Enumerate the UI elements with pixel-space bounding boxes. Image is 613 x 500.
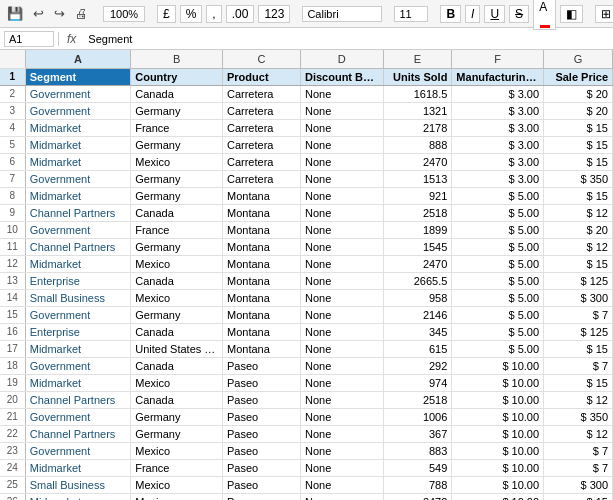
cell-units[interactable]: 2146 — [383, 306, 452, 323]
cell-country[interactable]: France — [131, 221, 223, 238]
bold-btn[interactable]: B — [440, 5, 461, 23]
cell-discount[interactable]: None — [300, 476, 383, 493]
cell-units[interactable]: 958 — [383, 289, 452, 306]
cell-sale[interactable]: $ 15 — [544, 493, 613, 500]
cell-discount[interactable]: None — [300, 306, 383, 323]
cell-product[interactable]: Paseo — [222, 357, 300, 374]
cell-units[interactable]: 2470 — [383, 153, 452, 170]
col-header-a[interactable]: A — [25, 50, 131, 68]
cell-product[interactable]: Paseo — [222, 493, 300, 500]
cell-segment[interactable]: Midmarket — [25, 374, 131, 391]
cell-segment[interactable]: Channel Partners — [25, 391, 131, 408]
col-header-f[interactable]: F — [452, 50, 544, 68]
cell-mfg[interactable]: $ 3.00 — [452, 85, 544, 102]
cell-units[interactable]: 1321 — [383, 102, 452, 119]
cell-sale[interactable]: $ 350 — [544, 170, 613, 187]
cell-mfg[interactable]: $ 10.00 — [452, 408, 544, 425]
cell-mfg[interactable]: $ 10.00 — [452, 459, 544, 476]
cell-segment[interactable]: Government — [25, 357, 131, 374]
col-header-e[interactable]: E — [383, 50, 452, 68]
font-size-input[interactable] — [394, 6, 428, 22]
cell-discount[interactable]: None — [300, 272, 383, 289]
highlight-btn[interactable]: ◧ — [560, 5, 583, 23]
cell-units[interactable]: 2665.5 — [383, 272, 452, 289]
cell-country[interactable]: Canada — [131, 204, 223, 221]
cell-product[interactable]: Paseo — [222, 459, 300, 476]
col-header-c[interactable]: C — [222, 50, 300, 68]
cell-discount[interactable]: None — [300, 204, 383, 221]
cell-sale[interactable]: $ 12 — [544, 204, 613, 221]
cell-mfg[interactable]: $ 10.00 — [452, 391, 544, 408]
cell-sale[interactable]: $ 125 — [544, 323, 613, 340]
cell-sale[interactable]: $ 15 — [544, 187, 613, 204]
cell-units[interactable]: 788 — [383, 476, 452, 493]
cell-mfg[interactable]: $ 3.00 — [452, 102, 544, 119]
comma-btn[interactable]: , — [206, 5, 221, 23]
cell-country[interactable]: Germany — [131, 170, 223, 187]
cell-units[interactable]: 1899 — [383, 221, 452, 238]
cell-mfg[interactable]: $ 3.00 — [452, 170, 544, 187]
cell-units[interactable]: 974 — [383, 374, 452, 391]
cell-discount[interactable]: None — [300, 153, 383, 170]
cell-country[interactable]: France — [131, 119, 223, 136]
cell-sale[interactable]: $ 15 — [544, 255, 613, 272]
cell-segment[interactable]: Small Business — [25, 289, 131, 306]
cell-segment[interactable]: Government — [25, 85, 131, 102]
cell-country[interactable]: Mexico — [131, 476, 223, 493]
cell-mfg[interactable]: $ 3.00 — [452, 153, 544, 170]
cell-discount[interactable]: None — [300, 442, 383, 459]
cell-sale[interactable]: $ 7 — [544, 306, 613, 323]
cell-mfg[interactable]: $ 10.00 — [452, 357, 544, 374]
cell-country[interactable]: Mexico — [131, 255, 223, 272]
cell-units[interactable]: 345 — [383, 323, 452, 340]
cell-mfg[interactable]: $ 5.00 — [452, 187, 544, 204]
col-header-g[interactable]: G — [544, 50, 613, 68]
cell-units[interactable]: 2470 — [383, 255, 452, 272]
cell-units[interactable]: 2472 — [383, 493, 452, 500]
cell-discount[interactable]: None — [300, 255, 383, 272]
borders-btn[interactable]: ⊞ — [595, 5, 613, 23]
cell-discount[interactable]: None — [300, 374, 383, 391]
cell-discount[interactable]: None — [300, 459, 383, 476]
cell-units[interactable]: 1006 — [383, 408, 452, 425]
cell-units[interactable]: 921 — [383, 187, 452, 204]
cell-mfg[interactable]: $ 10.00 — [452, 425, 544, 442]
cell-segment[interactable]: Government — [25, 306, 131, 323]
cell-segment[interactable]: Midmarket — [25, 493, 131, 500]
cell-discount[interactable]: None — [300, 221, 383, 238]
cell-country[interactable]: Mexico — [131, 153, 223, 170]
cell-country[interactable]: Canada — [131, 323, 223, 340]
col-header-b[interactable]: B — [131, 50, 223, 68]
zoom-input[interactable] — [103, 6, 145, 22]
cell-discount[interactable]: None — [300, 85, 383, 102]
cell-country[interactable]: Mexico — [131, 289, 223, 306]
cell-product[interactable]: Montana — [222, 255, 300, 272]
cell-country[interactable]: Mexico — [131, 493, 223, 500]
cell-sale[interactable]: $ 12 — [544, 425, 613, 442]
cell-sale[interactable]: $ 15 — [544, 340, 613, 357]
cell-mfg[interactable]: $ 3.00 — [452, 136, 544, 153]
cell-sale[interactable]: $ 7 — [544, 459, 613, 476]
cell-discount[interactable]: None — [300, 493, 383, 500]
cell-mfg[interactable]: $ 5.00 — [452, 323, 544, 340]
cell-segment[interactable]: Small Business — [25, 476, 131, 493]
font-select[interactable] — [302, 6, 382, 22]
col-header-d[interactable]: D — [300, 50, 383, 68]
cell-units[interactable]: 2518 — [383, 391, 452, 408]
cell-product[interactable]: Carretera — [222, 136, 300, 153]
cell-mfg[interactable]: $ 5.00 — [452, 238, 544, 255]
cell-sale[interactable]: $ 15 — [544, 136, 613, 153]
cell-units[interactable]: 615 — [383, 340, 452, 357]
cell-country[interactable]: Canada — [131, 85, 223, 102]
underline-btn[interactable]: U — [484, 5, 505, 23]
percent-btn[interactable]: % — [180, 5, 203, 23]
cell-segment[interactable]: Midmarket — [25, 187, 131, 204]
cell-mfg[interactable]: $ 5.00 — [452, 306, 544, 323]
cell-segment[interactable]: Government — [25, 102, 131, 119]
cell-discount[interactable]: None — [300, 102, 383, 119]
cell-segment[interactable]: Channel Partners — [25, 204, 131, 221]
header-mfg[interactable]: Manufacturing $ — [452, 68, 544, 85]
cell-segment[interactable]: Midmarket — [25, 255, 131, 272]
cell-sale[interactable]: $ 7 — [544, 442, 613, 459]
cell-product[interactable]: Paseo — [222, 374, 300, 391]
